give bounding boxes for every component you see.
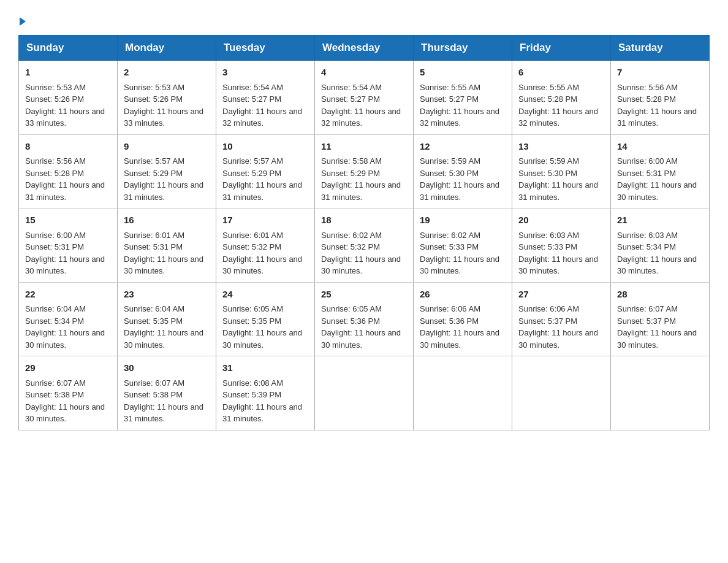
day-cell-28: 28Sunrise: 6:07 AMSunset: 5:37 PMDayligh… [611,282,710,356]
day-number: 21 [617,213,703,228]
header-saturday: Saturday [611,36,710,61]
sunset-label: Sunset: 5:33 PM [518,242,577,251]
day-number: 15 [25,213,111,228]
sunrise-label: Sunrise: 5:53 AM [124,83,184,92]
empty-cell [414,356,512,431]
sunset-label: Sunset: 5:34 PM [617,242,676,251]
daylight-label: Daylight: 11 hours and 30 minutes. [617,255,697,276]
day-cell-22: 22Sunrise: 6:04 AMSunset: 5:34 PMDayligh… [19,282,118,356]
sunrise-label: Sunrise: 6:06 AM [518,304,579,313]
day-cell-21: 21Sunrise: 6:03 AMSunset: 5:34 PMDayligh… [611,209,710,283]
day-number: 10 [222,140,308,154]
sunrise-label: Sunrise: 5:55 AM [518,83,579,92]
sunrise-label: Sunrise: 5:53 AM [25,83,86,92]
day-cell-13: 13Sunrise: 5:59 AMSunset: 5:30 PMDayligh… [512,134,611,209]
day-number: 8 [25,140,111,154]
day-number: 14 [617,140,703,154]
sunrise-label: Sunrise: 5:59 AM [518,156,579,166]
day-number: 22 [25,288,111,302]
daylight-label: Daylight: 11 hours and 30 minutes. [617,328,697,350]
day-cell-6: 6Sunrise: 5:55 AMSunset: 5:28 PMDaylight… [512,61,611,135]
daylight-label: Daylight: 11 hours and 32 minutes. [518,107,598,128]
sunrise-label: Sunrise: 6:00 AM [617,156,678,166]
week-row-5: 29Sunrise: 6:07 AMSunset: 5:38 PMDayligh… [19,356,710,431]
daylight-label: Daylight: 11 hours and 31 minutes. [617,107,697,128]
week-row-3: 15Sunrise: 6:00 AMSunset: 5:31 PMDayligh… [19,209,710,283]
day-cell-23: 23Sunrise: 6:04 AMSunset: 5:35 PMDayligh… [118,282,216,356]
logo [18,18,26,26]
header-thursday: Thursday [414,36,512,61]
sunrise-label: Sunrise: 5:56 AM [617,83,678,92]
daylight-label: Daylight: 11 hours and 32 minutes. [321,107,401,128]
sunrise-label: Sunrise: 6:04 AM [124,304,184,313]
day-cell-18: 18Sunrise: 6:02 AMSunset: 5:32 PMDayligh… [315,209,414,283]
day-cell-11: 11Sunrise: 5:58 AMSunset: 5:29 PMDayligh… [315,134,414,209]
day-cell-19: 19Sunrise: 6:02 AMSunset: 5:33 PMDayligh… [414,209,512,283]
empty-cell [512,356,611,431]
sunrise-label: Sunrise: 6:08 AM [222,378,283,388]
daylight-label: Daylight: 11 hours and 31 minutes. [222,180,302,202]
sunset-label: Sunset: 5:27 PM [222,94,281,104]
daylight-label: Daylight: 11 hours and 33 minutes. [124,107,203,128]
daylight-label: Daylight: 11 hours and 30 minutes. [321,255,401,276]
sunset-label: Sunset: 5:29 PM [222,169,281,178]
header-sunday: Sunday [19,36,118,61]
sunset-label: Sunset: 5:30 PM [420,169,479,178]
day-cell-24: 24Sunrise: 6:05 AMSunset: 5:35 PMDayligh… [216,282,315,356]
sunrise-label: Sunrise: 6:03 AM [518,231,579,240]
week-row-1: 1Sunrise: 5:53 AMSunset: 5:26 PMDaylight… [19,61,710,135]
day-number: 27 [518,288,604,302]
daylight-label: Daylight: 11 hours and 30 minutes. [25,328,105,350]
sunrise-label: Sunrise: 5:55 AM [420,83,480,92]
header-wednesday: Wednesday [315,36,414,61]
sunset-label: Sunset: 5:32 PM [222,242,281,251]
day-number: 30 [124,361,210,375]
day-number: 1 [25,66,111,80]
empty-cell [611,356,710,431]
sunset-label: Sunset: 5:28 PM [25,169,84,178]
day-cell-15: 15Sunrise: 6:00 AMSunset: 5:31 PMDayligh… [19,209,118,283]
daylight-label: Daylight: 11 hours and 31 minutes. [222,402,302,424]
day-cell-10: 10Sunrise: 5:57 AMSunset: 5:29 PMDayligh… [216,134,315,209]
daylight-label: Daylight: 11 hours and 31 minutes. [420,180,499,202]
daylight-label: Daylight: 11 hours and 32 minutes. [222,107,302,128]
daylight-label: Daylight: 11 hours and 30 minutes. [25,402,105,424]
sunset-label: Sunset: 5:27 PM [321,94,380,104]
daylight-label: Daylight: 11 hours and 30 minutes. [420,328,499,350]
daylight-label: Daylight: 11 hours and 31 minutes. [518,180,598,202]
sunrise-label: Sunrise: 6:05 AM [222,304,283,313]
sunrise-label: Sunrise: 6:01 AM [222,231,283,240]
daylight-label: Daylight: 11 hours and 30 minutes. [617,180,697,202]
day-cell-26: 26Sunrise: 6:06 AMSunset: 5:36 PMDayligh… [414,282,512,356]
daylight-label: Daylight: 11 hours and 31 minutes. [124,180,203,202]
day-number: 11 [321,140,407,154]
day-number: 2 [124,66,210,80]
day-cell-12: 12Sunrise: 5:59 AMSunset: 5:30 PMDayligh… [414,134,512,209]
daylight-label: Daylight: 11 hours and 30 minutes. [25,255,105,276]
sunrise-label: Sunrise: 6:07 AM [124,378,184,388]
day-number: 25 [321,288,407,302]
day-cell-31: 31Sunrise: 6:08 AMSunset: 5:39 PMDayligh… [216,356,315,431]
day-cell-2: 2Sunrise: 5:53 AMSunset: 5:26 PMDaylight… [118,61,216,135]
day-number: 19 [420,213,506,228]
sunrise-label: Sunrise: 6:05 AM [321,304,382,313]
day-number: 31 [222,361,308,375]
day-number: 23 [124,288,210,302]
day-number: 6 [518,66,604,80]
day-number: 13 [518,140,604,154]
daylight-label: Daylight: 11 hours and 30 minutes. [420,255,499,276]
sunset-label: Sunset: 5:39 PM [222,390,281,399]
day-number: 5 [420,66,506,80]
sunrise-label: Sunrise: 6:00 AM [25,231,86,240]
day-number: 17 [222,213,308,228]
sunrise-label: Sunrise: 5:54 AM [222,83,283,92]
sunset-label: Sunset: 5:31 PM [617,169,676,178]
sunset-label: Sunset: 5:38 PM [124,390,183,399]
daylight-label: Daylight: 11 hours and 31 minutes. [25,180,105,202]
daylight-label: Daylight: 11 hours and 30 minutes. [124,255,203,276]
sunset-label: Sunset: 5:37 PM [518,316,577,326]
sunset-label: Sunset: 5:38 PM [25,390,84,399]
daylight-label: Daylight: 11 hours and 30 minutes. [222,328,302,350]
day-cell-7: 7Sunrise: 5:56 AMSunset: 5:28 PMDaylight… [611,61,710,135]
day-number: 24 [222,288,308,302]
